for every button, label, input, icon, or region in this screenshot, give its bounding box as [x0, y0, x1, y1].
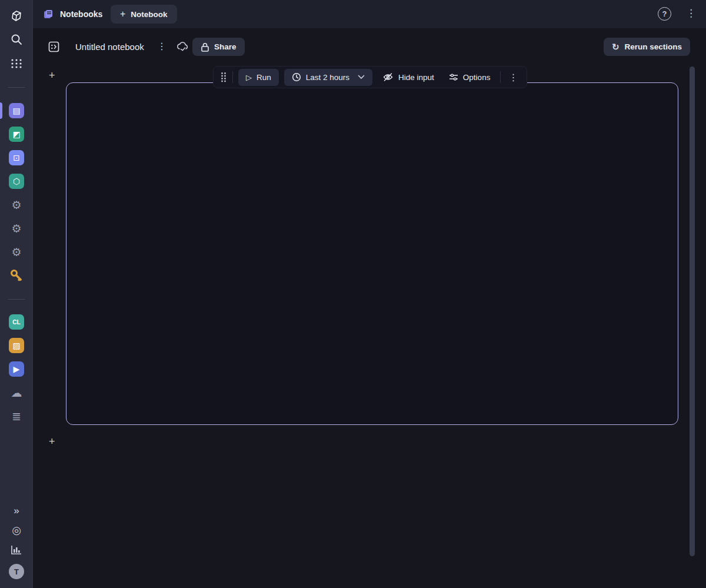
tab-notebooks-label: Notebooks [60, 9, 102, 19]
apps-grid-icon [10, 57, 23, 70]
sidebar-item-clouds[interactable]: ⬡ [0, 174, 33, 189]
timeframe-selector[interactable]: Last 2 hours [284, 69, 372, 86]
add-section-button-bottom[interactable]: + [49, 437, 58, 446]
run-button[interactable]: ▷ Run [238, 69, 279, 86]
sidebar-item-workflows[interactable]: ⊡ [0, 150, 33, 165]
sidebar-item-settings-2[interactable]: ⚙ [0, 221, 33, 236]
topbar-kebab-icon[interactable]: ⋮ [686, 7, 696, 19]
search-icon [10, 33, 23, 46]
app-root: Notebooks + Notebook ? ⋮ [0, 0, 706, 588]
sync-status-icon [176, 41, 189, 51]
media-app-icon: ▶ [9, 361, 24, 377]
bar-chart-icon [11, 544, 22, 556]
sidebar-divider [8, 299, 25, 300]
vertical-scrollbar[interactable] [690, 67, 695, 556]
chevron-down-icon [358, 75, 365, 79]
support-icon[interactable]: ◎ [0, 524, 33, 537]
dynatrace-logo-icon [9, 8, 24, 24]
cloud-icon: ☁ [9, 385, 24, 400]
sidebar-item-cli[interactable]: CL [0, 314, 33, 330]
share-button[interactable]: Share [192, 38, 245, 56]
clock-icon [292, 72, 301, 82]
tab-notebooks[interactable]: Notebooks [42, 0, 102, 28]
clouds-app-icon: ⬡ [9, 174, 24, 189]
logs-app-icon: ▨ [9, 338, 24, 353]
sidebar-item-settings-3[interactable]: ⚙ [0, 244, 33, 260]
notebook-sections-button[interactable] [48, 41, 59, 52]
dynatrace-logo[interactable] [0, 8, 33, 24]
notebooks-tab-icon [42, 8, 54, 20]
hide-input-button[interactable]: Hide input [378, 69, 439, 86]
sidebar-item-logs[interactable]: ▨ [0, 338, 33, 353]
sliders-icon [449, 73, 458, 81]
options-button[interactable]: Options [444, 69, 495, 86]
user-menu[interactable]: T [0, 564, 33, 579]
page-title[interactable]: Untitled notebook [75, 42, 144, 52]
key-icon [9, 268, 24, 283]
cloud-sync-icon [176, 41, 189, 51]
app-launcher-button[interactable] [0, 57, 33, 70]
sidebar-divider [8, 87, 25, 88]
notebook-kebab-icon[interactable]: ⋮ [157, 41, 166, 52]
notebooks-app-icon: ▤ [9, 103, 24, 118]
plus-icon: + [120, 9, 125, 19]
eye-off-icon [382, 72, 394, 82]
rerun-sections-button[interactable]: ↻ Rerun sections [604, 38, 690, 56]
gear-icon: ⚙ [9, 197, 24, 212]
workflows-app-icon: ⊡ [9, 150, 24, 165]
cell-toolbar: ▷ Run Last 2 hours Hide input [213, 66, 527, 88]
refresh-icon: ↻ [612, 42, 620, 52]
search-button[interactable] [0, 33, 33, 46]
toolbar-divider [500, 71, 501, 83]
sidebar-item-notebooks[interactable]: ▤ [0, 103, 33, 118]
sidebar-item-media[interactable]: ▶ [0, 361, 33, 377]
sidebar-item-dashboards[interactable]: ◩ [0, 127, 33, 142]
add-section-button-top[interactable]: + [49, 71, 58, 80]
expand-sidebar-button[interactable]: » [0, 505, 33, 517]
new-notebook-button[interactable]: + Notebook [111, 5, 177, 24]
toolbar-divider [232, 71, 233, 83]
gear-icon: ⚙ [9, 221, 24, 236]
notebook-cell[interactable] [66, 82, 678, 425]
sidebar-item-access-keys[interactable] [0, 268, 33, 283]
avatar: T [9, 564, 24, 579]
cell-kebab-icon[interactable]: ⋮ [506, 72, 520, 83]
cli-app-icon: CL [9, 314, 24, 330]
hub-icon: ≣ [9, 408, 24, 424]
drag-handle-icon[interactable] [220, 72, 227, 82]
sidebar-item-hub[interactable]: ≣ [0, 408, 33, 424]
usage-button[interactable] [0, 544, 33, 556]
gear-icon: ⚙ [9, 244, 24, 260]
sidebar-item-settings-1[interactable]: ⚙ [0, 197, 33, 212]
topbar: Notebooks + Notebook ? ⋮ [33, 0, 706, 28]
dashboards-app-icon: ◩ [9, 127, 24, 142]
lock-icon [201, 42, 209, 52]
sidebar: ▤ ◩ ⊡ ⬡ ⚙ ⚙ ⚙ CL [0, 0, 33, 588]
sidebar-item-cloud[interactable]: ☁ [0, 385, 33, 400]
play-icon: ▷ [246, 73, 252, 82]
sections-icon [48, 41, 59, 52]
help-icon[interactable]: ? [658, 7, 671, 21]
